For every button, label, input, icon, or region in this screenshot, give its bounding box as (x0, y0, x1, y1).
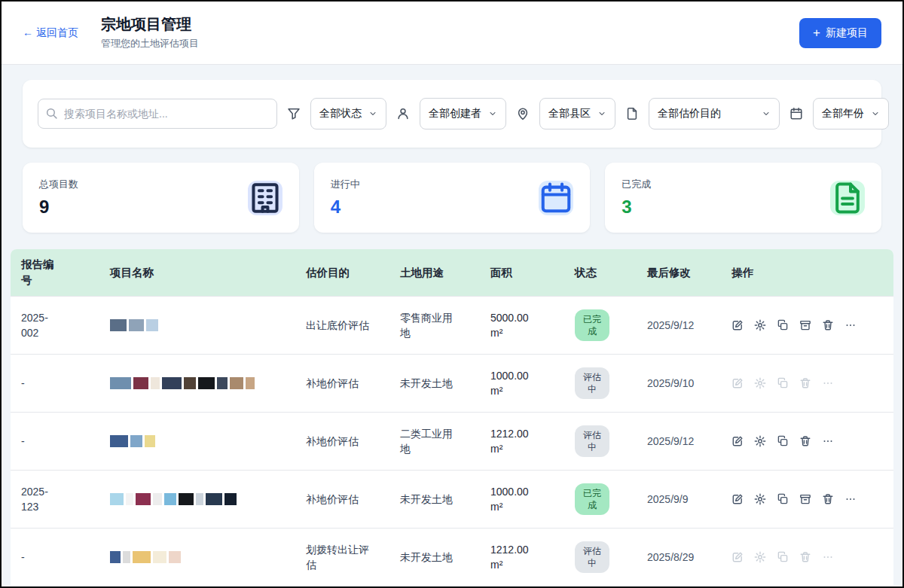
column-header-land-use: 土地用途 (389, 257, 480, 288)
redacted-project-name (110, 377, 285, 389)
land-use-cell: 零售商业用地 (389, 303, 480, 349)
copy-icon[interactable] (777, 493, 789, 505)
edit-icon[interactable] (731, 377, 744, 389)
funnel-icon (287, 107, 301, 120)
chevron-down-icon (762, 109, 771, 118)
status-cell: 已完成 (564, 476, 637, 522)
redacted-project-name (110, 551, 285, 563)
gear-icon[interactable] (754, 551, 766, 563)
creator-filter-dropdown[interactable]: 全部创建者 (420, 98, 506, 129)
redacted-name-block (110, 435, 128, 447)
column-header-project-name: 项目名称 (99, 257, 295, 288)
modified-cell: 2025/9/12 (637, 426, 721, 456)
edit-icon[interactable] (731, 551, 744, 563)
purpose-cell: 补地价评估 (295, 426, 389, 456)
redacted-project-name (110, 435, 285, 447)
location-icon (516, 107, 530, 120)
trash-icon[interactable] (822, 319, 834, 331)
gear-icon[interactable] (754, 319, 766, 331)
status-filter-dropdown[interactable]: 全部状态 (310, 98, 386, 129)
stat-info: 总项目数 9 (39, 178, 78, 218)
table-row: 2025-002 出让底价评估 零售商业用地 5000.00 m² 已完成 20… (11, 296, 893, 354)
redacted-name-block (110, 551, 121, 563)
creator-filter-value: 全部创建者 (429, 107, 481, 120)
redacted-name-block (129, 319, 144, 331)
more-icon[interactable] (844, 493, 857, 505)
copy-icon[interactable] (777, 435, 789, 447)
back-to-home-link[interactable]: ← 返回首页 (23, 26, 78, 40)
trash-icon[interactable] (799, 551, 811, 563)
purpose-filter-dropdown[interactable]: 全部估价目的 (649, 98, 780, 129)
project-name-cell (99, 544, 295, 571)
new-project-label: 新建项目 (826, 26, 868, 40)
report-no-cell: - (11, 368, 99, 398)
purpose-cell: 出让底价评估 (295, 310, 389, 340)
edit-icon[interactable] (731, 435, 744, 447)
column-header-report-no: 报告编号 (11, 249, 99, 296)
search-icon (45, 107, 58, 120)
document-icon (830, 181, 865, 215)
trash-icon[interactable] (799, 435, 811, 447)
person-icon (396, 107, 410, 120)
redacted-name-block (146, 319, 158, 331)
stat-label: 总项目数 (39, 178, 78, 191)
edit-icon[interactable] (731, 319, 744, 331)
more-icon[interactable] (844, 319, 857, 331)
redacted-name-block (133, 551, 151, 563)
modified-cell: 2025/9/12 (637, 310, 721, 340)
gear-icon[interactable] (754, 377, 766, 389)
more-icon[interactable] (822, 435, 834, 447)
edit-icon[interactable] (731, 493, 744, 505)
new-project-button[interactable]: + 新建项目 (799, 18, 881, 48)
trash-icon[interactable] (822, 493, 834, 505)
chevron-down-icon (597, 109, 606, 118)
row-actions (731, 377, 883, 389)
purpose-cell: 补地价评估 (295, 368, 389, 398)
column-header-purpose: 估价目的 (295, 257, 389, 288)
redacted-name-block (153, 551, 166, 563)
year-filter-dropdown[interactable]: 全部年份 (813, 98, 889, 129)
stat-label: 已完成 (622, 178, 651, 191)
page-title: 宗地项目管理 (101, 15, 199, 33)
district-filter-dropdown[interactable]: 全部县区 (539, 98, 615, 129)
redacted-name-block (126, 493, 133, 505)
row-actions (731, 435, 883, 447)
stat-value: 4 (331, 197, 360, 218)
search-box (38, 99, 277, 129)
redacted-project-name (110, 319, 285, 331)
district-filter-value: 全部县区 (548, 107, 591, 120)
more-icon[interactable] (822, 551, 834, 563)
table-row: 2025-123 补地价评估 未开发土地 1000.00 m² 已完成 2025… (11, 470, 893, 528)
redacted-name-block (184, 377, 196, 389)
copy-icon[interactable] (777, 319, 789, 331)
page-subtitle: 管理您的土地评估项目 (101, 37, 199, 50)
redacted-name-block (169, 551, 181, 563)
redacted-name-block (123, 551, 130, 563)
status-cell: 评估中 (564, 418, 637, 465)
archive-icon[interactable] (799, 319, 811, 331)
project-name-cell (99, 370, 295, 397)
redacted-name-block (198, 377, 215, 389)
redacted-name-block (196, 493, 203, 505)
more-icon[interactable] (822, 377, 834, 389)
stat-info: 已完成 3 (622, 178, 651, 218)
table-header-row: 报告编号 项目名称 估价目的 土地用途 面积 状态 最后修改 操作 (11, 249, 893, 296)
redacted-name-block (164, 493, 176, 505)
row-actions (731, 551, 883, 563)
gear-icon[interactable] (754, 435, 766, 447)
copy-icon[interactable] (777, 377, 789, 389)
area-cell: 1000.00 m² (480, 477, 564, 522)
row-actions (731, 319, 883, 331)
search-input[interactable] (38, 99, 277, 129)
row-actions (731, 493, 883, 505)
copy-icon[interactable] (777, 551, 789, 563)
stats-row: 总项目数 9 进行中 4 已完成 3 (23, 163, 881, 233)
area-cell: 1212.00 m² (480, 535, 564, 580)
trash-icon[interactable] (799, 377, 811, 389)
chevron-down-icon (871, 109, 880, 118)
gear-icon[interactable] (754, 493, 766, 505)
calendar-icon (539, 181, 573, 215)
redacted-name-block (162, 377, 182, 389)
archive-icon[interactable] (799, 493, 811, 505)
year-filter-value: 全部年份 (822, 107, 864, 120)
